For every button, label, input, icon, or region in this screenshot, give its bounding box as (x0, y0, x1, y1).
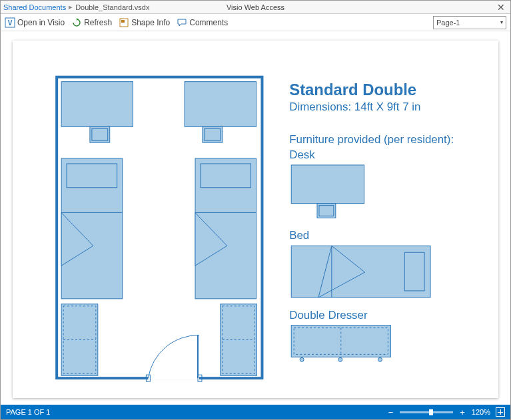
breadcrumb: Shared Documents ▸ Double_Standard.vsdx (3, 3, 149, 11)
page-select-value: Page-1 (436, 19, 460, 27)
dresser-label: Double Dresser (289, 309, 368, 321)
open-in-visio-button[interactable]: V Open in Visio (5, 17, 65, 28)
svg-point-36 (338, 357, 342, 361)
bed-left (61, 158, 122, 299)
zoom-out-button[interactable]: − (387, 408, 395, 417)
svg-rect-11 (67, 164, 117, 188)
diagram-title: Standard Double (289, 81, 416, 99)
svg-rect-7 (185, 82, 256, 127)
page-select[interactable]: Page-1 ▾ (433, 16, 506, 29)
app-title: Visio Web Access (227, 3, 284, 11)
shape-info-button[interactable]: Shape Info (119, 17, 170, 28)
titlebar: Shared Documents ▸ Double_Standard.vsdx … (1, 1, 510, 14)
legend-desk (291, 165, 364, 218)
dresser-right (221, 304, 257, 375)
refresh-icon (71, 17, 82, 28)
drawing-page: Standard Double Dimensions: 14ft X 9ft 7… (13, 41, 498, 398)
zoom-value: 120% (472, 408, 490, 416)
desk-left (61, 82, 133, 142)
comments-button[interactable]: Comments (177, 17, 228, 28)
refresh-button[interactable]: Refresh (71, 17, 112, 28)
shape-info-label: Shape Info (131, 18, 170, 27)
svg-point-37 (378, 357, 382, 361)
zoom-slider[interactable] (400, 411, 453, 413)
svg-text:V: V (8, 19, 13, 27)
door (146, 335, 202, 382)
open-in-visio-label: Open in Visio (17, 18, 65, 27)
statusbar: PAGE 1 OF 1 − + 120% (1, 405, 510, 419)
diagram-dimensions: Dimensions: 14ft X 9ft 7 in (289, 101, 420, 113)
furniture-heading: Furniture provided (per resident): (289, 133, 454, 146)
visio-icon: V (5, 17, 15, 28)
desk-label: Desk (289, 148, 315, 161)
svg-rect-5 (90, 126, 110, 142)
zoom-in-button[interactable]: + (458, 408, 466, 417)
svg-rect-4 (61, 82, 133, 127)
shape-info-icon (119, 17, 129, 28)
bed-right (195, 158, 256, 299)
fit-to-window-button[interactable] (496, 407, 505, 417)
toolbar: V Open in Visio Refresh Shape Info Comme… (1, 14, 510, 31)
svg-point-35 (300, 357, 304, 361)
bed-label: Bed (289, 229, 309, 242)
svg-rect-3 (121, 20, 125, 23)
canvas-area[interactable]: Standard Double Dimensions: 14ft X 9ft 7… (1, 31, 510, 405)
legend-bed (291, 246, 430, 298)
comments-icon (177, 17, 187, 28)
refresh-label: Refresh (84, 18, 112, 27)
dresser-left (61, 304, 98, 375)
comments-label: Comments (189, 18, 228, 27)
legend-dresser (291, 325, 390, 362)
page-indicator: PAGE 1 OF 1 (6, 408, 50, 416)
breadcrumb-root[interactable]: Shared Documents (3, 3, 66, 11)
breadcrumb-sep-icon: ▸ (69, 3, 73, 11)
breadcrumb-filename: Double_Standard.vsdx (75, 3, 149, 11)
desk-right (185, 82, 256, 142)
close-button[interactable]: ✕ (494, 2, 508, 13)
svg-rect-8 (203, 126, 223, 142)
svg-rect-14 (201, 164, 251, 188)
svg-rect-30 (404, 252, 424, 291)
chevron-down-icon: ▾ (500, 19, 503, 25)
zoom-slider-thumb[interactable] (429, 409, 433, 415)
svg-rect-26 (291, 165, 364, 204)
